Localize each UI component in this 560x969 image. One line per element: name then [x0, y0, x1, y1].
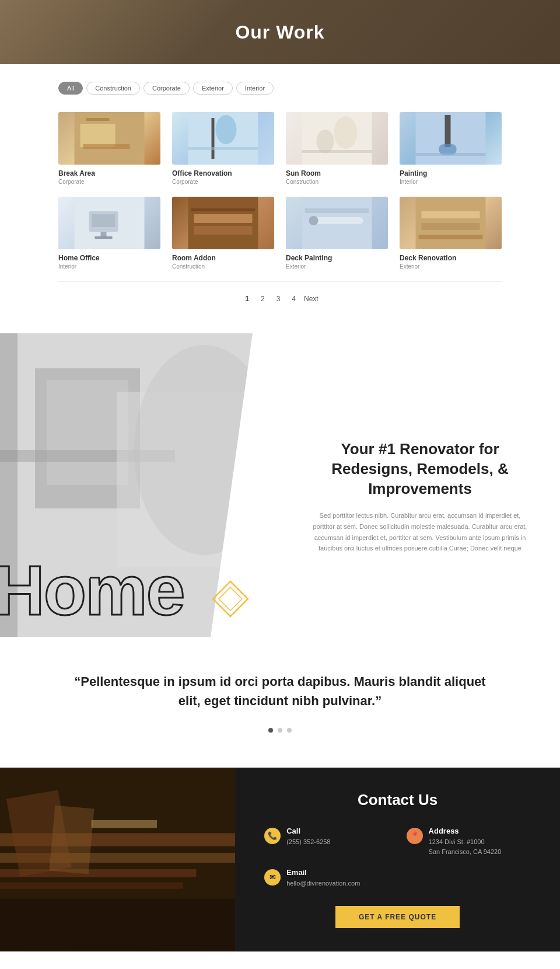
- svg-point-10: [317, 130, 334, 153]
- portfolio-thumb: [400, 197, 502, 249]
- pagination: 1 2 3 4 Next: [58, 281, 502, 322]
- location-icon: 📍: [407, 828, 423, 844]
- svg-rect-13: [445, 115, 451, 147]
- call-value: (255) 352-6258: [286, 837, 330, 847]
- filter-all[interactable]: All: [58, 82, 83, 95]
- svg-rect-32: [419, 235, 483, 239]
- item-category: Corporate: [58, 179, 160, 185]
- item-title: Room Addon: [172, 254, 274, 262]
- portfolio-item[interactable]: Room Addon Construction: [172, 197, 274, 270]
- portfolio-thumb: [58, 197, 160, 249]
- svg-rect-18: [92, 214, 116, 227]
- call-label: Call: [286, 827, 330, 835]
- contact-address: 📍 Address 1234 Divi St. #1000San Francis…: [407, 827, 531, 856]
- portfolio-thumb: [286, 112, 388, 165]
- svg-rect-24: [191, 208, 256, 211]
- portfolio-grid: Break Area Corporate Office Renovation C…: [58, 112, 502, 270]
- filter-buttons: All Construction Corporate Exterior Inte…: [58, 82, 502, 95]
- portfolio-thumb: [172, 197, 274, 249]
- item-title: Home Office: [58, 254, 160, 262]
- address-label: Address: [429, 827, 502, 835]
- item-title: Deck Renovation: [400, 254, 502, 262]
- portfolio-thumb: [400, 112, 502, 165]
- item-title: Office Renovation: [172, 169, 274, 177]
- svg-rect-7: [188, 147, 258, 150]
- svg-rect-15: [416, 153, 486, 156]
- portfolio-item[interactable]: Break Area Corporate: [58, 112, 160, 185]
- svg-rect-3: [86, 118, 110, 121]
- page-title: Our Work: [235, 22, 324, 43]
- item-category: Interior: [58, 263, 160, 270]
- page-4[interactable]: 4: [288, 294, 299, 304]
- dot-1[interactable]: [268, 728, 273, 733]
- svg-rect-28: [305, 208, 369, 213]
- item-title: Painting: [400, 169, 502, 177]
- page-3[interactable]: 3: [273, 294, 284, 304]
- footer: Contact Us 📞 Call (255) 352-6258 📍 Addre…: [0, 768, 560, 951]
- renovator-image: Home: [0, 333, 280, 637]
- svg-rect-35: [47, 380, 128, 485]
- svg-rect-11: [302, 150, 372, 153]
- svg-rect-19: [101, 232, 107, 236]
- hero-section: Our Work: [0, 0, 560, 64]
- testimonial-quote: “Pellentesque in ipsum id orci porta dap…: [70, 672, 490, 710]
- portfolio-thumb: [286, 197, 388, 249]
- item-category: Interior: [400, 179, 502, 185]
- portfolio-thumb: [172, 112, 274, 165]
- home-watermark: Home: [0, 555, 184, 625]
- item-category: Corporate: [172, 179, 274, 185]
- svg-rect-30: [422, 211, 480, 218]
- filter-section: All Construction Corporate Exterior Inte…: [0, 64, 560, 100]
- portfolio-item[interactable]: Home Office Interior: [58, 197, 160, 270]
- item-category: Construction: [286, 179, 388, 185]
- svg-rect-49: [92, 820, 157, 828]
- filter-interior[interactable]: Interior: [236, 82, 274, 95]
- svg-rect-31: [422, 223, 480, 230]
- pagination-next[interactable]: Next: [304, 295, 318, 303]
- item-category: Exterior: [286, 263, 388, 270]
- filter-corporate[interactable]: Corporate: [144, 82, 190, 95]
- footer-image-inner: [0, 768, 235, 951]
- svg-rect-46: [0, 883, 183, 889]
- quote-button[interactable]: GET A FREE QUOTE: [335, 906, 460, 928]
- svg-rect-50: [0, 899, 235, 951]
- filter-construction[interactable]: Construction: [86, 82, 140, 95]
- renovator-body: Sed porttitor lectus nibh. Curabitur arc…: [309, 510, 531, 554]
- contact-grid: 📞 Call (255) 352-6258 📍 Address 1234 Div…: [264, 827, 531, 888]
- page-1[interactable]: 1: [242, 294, 253, 304]
- renovator-heading: Your #1 Renovator for Redesigns, Remodel…: [309, 440, 531, 499]
- testimonial-section: “Pellentesque in ipsum id orci porta dap…: [0, 637, 560, 768]
- portfolio-thumb: [58, 112, 160, 165]
- svg-rect-5: [212, 118, 215, 159]
- dot-2[interactable]: [278, 728, 282, 733]
- svg-marker-41: [219, 587, 242, 611]
- portfolio-item[interactable]: Sun Room Construction: [286, 112, 388, 185]
- contact-title: Contact Us: [358, 791, 438, 809]
- diamond-icon: [210, 578, 251, 619]
- page-2[interactable]: 2: [257, 294, 268, 304]
- renovator-content: Your #1 Renovator for Redesigns, Remodel…: [280, 333, 560, 637]
- item-title: Break Area: [58, 169, 160, 177]
- portfolio-section: Break Area Corporate Office Renovation C…: [0, 100, 560, 281]
- dot-3[interactable]: [287, 728, 292, 733]
- portfolio-item[interactable]: Painting Interior: [400, 112, 502, 185]
- svg-rect-20: [95, 236, 113, 239]
- item-category: Construction: [172, 263, 274, 270]
- footer-content: Contact Us 📞 Call (255) 352-6258 📍 Addre…: [235, 768, 560, 951]
- portfolio-item[interactable]: Deck Renovation Exterior: [400, 197, 502, 270]
- svg-rect-22: [194, 214, 253, 223]
- filter-exterior[interactable]: Exterior: [193, 82, 233, 95]
- contact-email: ✉ Email hello@divirenovation.com: [264, 868, 388, 888]
- svg-rect-2: [83, 144, 130, 149]
- svg-point-6: [216, 115, 237, 144]
- contact-call: 📞 Call (255) 352-6258: [264, 827, 388, 856]
- email-icon: ✉: [264, 869, 281, 886]
- portfolio-item[interactable]: Deck Painting Exterior: [286, 197, 388, 270]
- portfolio-item[interactable]: Office Renovation Corporate: [172, 112, 274, 185]
- svg-point-27: [309, 216, 318, 225]
- svg-point-9: [334, 116, 358, 149]
- email-value: hello@divirenovation.com: [286, 879, 360, 888]
- address-value: 1234 Divi St. #1000San Francisco, CA 942…: [429, 837, 502, 856]
- svg-rect-1: [80, 124, 116, 147]
- renovator-section: Home Your #1 Renovator for Redesigns, Re…: [0, 333, 560, 637]
